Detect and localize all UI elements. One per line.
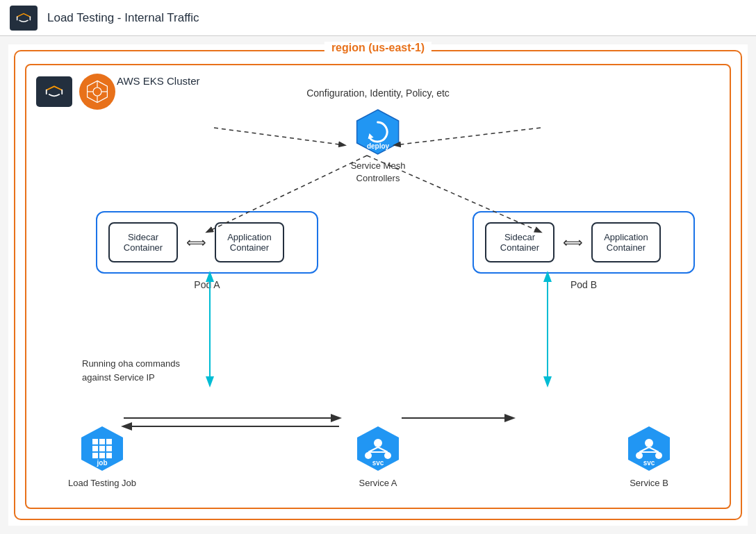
svg-point-1 [93,87,101,96]
region-box: region (us-east-1) [14,50,742,520]
pod-b-label: Pod B [472,279,695,290]
svg-rect-13 [99,446,105,451]
load-testing-job: job Load Testing Job [68,424,136,488]
svc-a-icon-label: svc [372,459,384,467]
svg-rect-9 [92,439,98,444]
svc-a-icon: svc [353,424,403,474]
eks-logo-area [36,74,115,110]
pod-a-inner: SidecarContainer ⟺ ApplicationContainer [96,211,318,274]
service-a-label: Service A [359,478,397,488]
svg-rect-10 [99,439,105,444]
pod-a: SidecarContainer ⟺ ApplicationContainer … [96,211,318,290]
svg-point-20 [365,452,372,459]
pod-b: SidecarContainer ⟺ ApplicationContainer … [472,211,695,290]
sidecar-container-b: SidecarContainer [485,222,554,262]
deploy-icon: deploy [353,107,403,157]
double-arrow-b: ⟺ [563,234,583,251]
svg-rect-17 [106,453,112,458]
double-arrow-a: ⟺ [186,234,206,251]
config-text: Configuration, Identity, Policy, etc [306,87,450,99]
eks-box: AWS EKS Cluster Configuration, Identity,… [25,64,731,509]
app-container-a: ApplicationContainer [215,222,284,262]
job-icon-label: job [97,459,108,467]
svg-rect-12 [92,446,98,451]
service-b-label: Service B [630,478,668,488]
app-container-b: ApplicationContainer [591,222,661,262]
pod-b-inner: SidecarContainer ⟺ ApplicationContainer [472,211,695,274]
svg-line-35 [395,128,541,145]
service-mesh-area: deploy Pod A Service MeshControllers [351,107,406,185]
service-b: svc Service B [624,424,674,488]
svc-b-icon-label: svc [643,459,655,467]
running-label: Running oha commandsagainst Service IP [82,357,180,384]
svg-line-34 [214,128,345,145]
svg-rect-11 [106,439,112,444]
deploy-icon-label: deploy [367,142,389,150]
pod-a-label: Pod A [96,279,318,290]
title-bar: Load Testing - Internal Traffic [0,0,756,36]
job-icon: job [77,424,127,474]
svg-rect-16 [99,453,105,458]
svg-point-27 [636,452,643,459]
svc-b-icon: svc [624,424,674,474]
eks-label: AWS EKS Cluster [117,75,199,87]
svg-rect-15 [92,453,98,458]
aws-logo-icon [10,6,38,31]
region-label: region (us-east-1) [324,42,432,54]
svg-point-19 [374,439,382,447]
svg-point-28 [655,452,662,459]
page-title: Load Testing - Internal Traffic [47,11,199,25]
service-a: svc Service A [353,424,403,488]
sidecar-container-a: SidecarContainer [108,222,178,262]
load-testing-job-label: Load Testing Job [68,478,136,488]
svg-point-26 [645,439,653,447]
svg-rect-14 [106,446,112,451]
service-mesh-label: Pod A Service MeshControllers [351,160,406,185]
aws-logo-big [36,76,72,107]
main-content: region (us-east-1) [8,44,748,526]
eks-icon [79,74,115,110]
svg-point-21 [384,452,391,459]
